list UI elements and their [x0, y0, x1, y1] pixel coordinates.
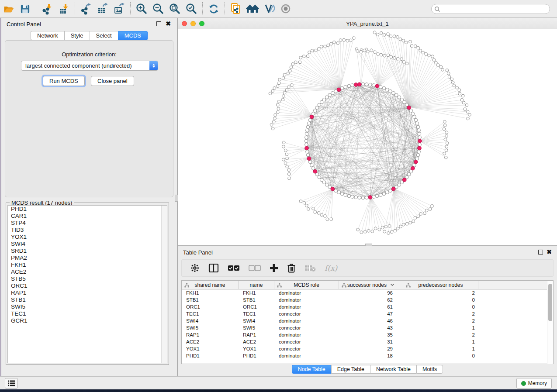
graph-mcds-node[interactable] — [414, 160, 418, 164]
graph-node[interactable] — [376, 194, 379, 198]
table-row[interactable]: YOX1YOX1connector291 — [182, 345, 553, 352]
graph-leaf-node[interactable] — [288, 177, 291, 180]
graph-leaf-node[interactable] — [356, 228, 360, 231]
graph-leaf-node[interactable] — [405, 41, 408, 44]
graph-leaf-node[interactable] — [465, 103, 468, 107]
zoom-selected-button[interactable] — [183, 1, 200, 16]
graph-node[interactable] — [308, 160, 312, 164]
column-header-MCDS-role[interactable]: MCDS role — [274, 281, 339, 289]
graph-leaf-node[interactable] — [360, 50, 363, 53]
graph-leaf-node[interactable] — [380, 31, 383, 34]
graph-leaf-node[interactable] — [428, 54, 431, 57]
graph-leaf-node[interactable] — [380, 53, 383, 56]
graph-leaf-node[interactable] — [287, 72, 290, 75]
graph-node[interactable] — [365, 83, 368, 86]
graph-leaf-node[interactable] — [281, 98, 284, 101]
graph-node[interactable] — [344, 86, 347, 89]
select-all-rows-button[interactable] — [225, 261, 242, 275]
graph-leaf-node[interactable] — [363, 49, 366, 52]
mcds-result-item[interactable]: GCR1 — [8, 317, 167, 324]
graph-leaf-node[interactable] — [461, 94, 464, 97]
graph-node[interactable] — [414, 118, 418, 122]
graph-node[interactable] — [337, 191, 341, 194]
float-panel-icon[interactable] — [156, 21, 161, 26]
graph-mcds-node[interactable] — [305, 146, 309, 150]
mcds-result-item[interactable]: ACE2 — [8, 268, 167, 275]
graph-leaf-node[interactable] — [349, 39, 352, 42]
graph-leaf-node[interactable] — [453, 84, 456, 87]
graph-leaf-node[interactable] — [402, 61, 405, 64]
graph-node[interactable] — [379, 193, 382, 197]
table-row[interactable]: TEC1TEC1connector472 — [182, 310, 553, 317]
graph-leaf-node[interactable] — [374, 227, 377, 230]
graph-node[interactable] — [382, 192, 386, 196]
graph-node[interactable] — [340, 192, 344, 196]
graph-leaf-node[interactable] — [285, 89, 288, 92]
graph-node[interactable] — [416, 125, 420, 129]
export-network-button[interactable] — [78, 1, 94, 16]
graph-leaf-node[interactable] — [277, 107, 280, 110]
graph-leaf-node[interactable] — [456, 86, 459, 89]
graph-leaf-node[interactable] — [286, 157, 289, 160]
result-scrollbar[interactable] — [161, 206, 167, 363]
graph-leaf-node[interactable] — [434, 61, 437, 64]
graph-leaf-node[interactable] — [378, 228, 381, 231]
graph-leaf-node[interactable] — [390, 55, 393, 58]
graph-node[interactable] — [328, 93, 332, 97]
column-header-successor-nodes[interactable]: successor nodes — [339, 281, 403, 289]
graph-leaf-node[interactable] — [290, 83, 293, 86]
graph-mcds-node[interactable] — [307, 157, 311, 161]
graph-mcds-node[interactable] — [418, 139, 422, 143]
graph-node[interactable] — [389, 89, 392, 93]
graph-leaf-node[interactable] — [370, 49, 373, 52]
graph-leaf-node[interactable] — [352, 37, 355, 40]
graph-leaf-node[interactable] — [317, 212, 320, 215]
graph-node[interactable] — [320, 178, 323, 182]
graph-node[interactable] — [308, 122, 311, 125]
graph-node[interactable] — [379, 86, 382, 89]
graph-leaf-node[interactable] — [396, 35, 399, 38]
tab-mcds[interactable]: MCDS — [118, 31, 148, 40]
graph-leaf-node[interactable] — [339, 39, 342, 42]
graph-node[interactable] — [305, 143, 308, 146]
graph-node[interactable] — [369, 83, 372, 86]
table-row[interactable]: FKH1FKH1dominator962 — [182, 289, 553, 296]
mcds-result-item[interactable]: ORC1 — [8, 282, 167, 289]
graph-leaf-node[interactable] — [399, 225, 402, 228]
graph-leaf-node[interactable] — [311, 49, 314, 52]
graph-node[interactable] — [305, 132, 308, 136]
graph-leaf-node[interactable] — [317, 48, 320, 51]
graph-leaf-node[interactable] — [373, 51, 376, 54]
graph-mcds-node[interactable] — [368, 196, 372, 199]
graph-mcds-node[interactable] — [358, 83, 362, 86]
graph-node[interactable] — [372, 195, 376, 199]
tab-select[interactable]: Select — [90, 31, 118, 40]
mcds-result-item[interactable]: TID3 — [8, 227, 167, 234]
graph-leaf-node[interactable] — [388, 224, 391, 227]
column-header-name[interactable]: name — [239, 281, 274, 289]
graph-leaf-node[interactable] — [444, 138, 447, 141]
graph-node[interactable] — [322, 181, 326, 184]
graph-leaf-node[interactable] — [287, 172, 291, 175]
graph-leaf-node[interactable] — [274, 113, 277, 117]
graph-leaf-node[interactable] — [356, 49, 359, 52]
tab-network[interactable]: Network — [31, 31, 64, 40]
table-row[interactable]: SWI5SWI5connector431 — [182, 324, 553, 331]
graph-mcds-node[interactable] — [331, 187, 335, 191]
graph-leaf-node[interactable] — [288, 69, 291, 72]
mcds-result-list[interactable]: PHD1CAR1STP4TID3YOX1SWI4SRD1PMA2FKH1ACE2… — [7, 205, 167, 363]
graph-node[interactable] — [416, 154, 420, 157]
graph-leaf-node[interactable] — [429, 208, 432, 211]
graph-leaf-node[interactable] — [373, 31, 376, 34]
graph-leaf-node[interactable] — [298, 61, 301, 64]
graph-node[interactable] — [415, 122, 419, 125]
graph-leaf-node[interactable] — [287, 86, 290, 89]
graph-node[interactable] — [392, 91, 395, 95]
node-table[interactable]: shared namenameMCDS rolesuccessor nodesp… — [181, 280, 554, 364]
graph-leaf-node[interactable] — [458, 92, 461, 95]
graph-leaf-node[interactable] — [422, 51, 425, 54]
graph-leaf-node[interactable] — [405, 222, 408, 225]
graph-leaf-node[interactable] — [466, 110, 469, 113]
mcds-result-item[interactable]: SWI5 — [8, 303, 167, 310]
graph-leaf-node[interactable] — [393, 35, 396, 38]
